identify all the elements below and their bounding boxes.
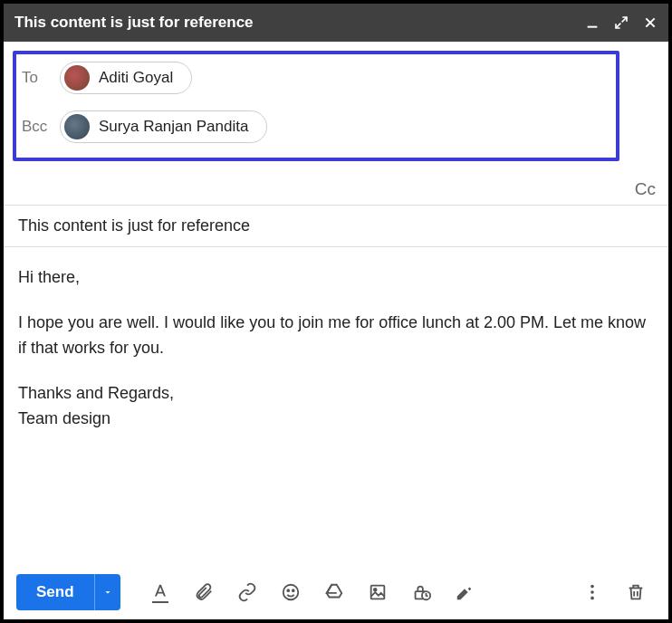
insert-photo-icon[interactable] <box>361 576 394 609</box>
body-signoff: Thanks and Regards, Team design <box>18 381 654 432</box>
recipients-highlight: To Aditi Goyal Bcc Surya Ranjan Pandita <box>13 51 619 161</box>
expand-icon[interactable] <box>614 15 629 30</box>
send-options-button[interactable] <box>94 574 120 610</box>
minimize-icon[interactable] <box>585 15 600 30</box>
svg-point-12 <box>590 597 594 600</box>
more-options-icon[interactable] <box>576 576 609 609</box>
to-recipient-name: Aditi Goyal <box>99 69 173 87</box>
compose-toolbar: Send <box>4 565 668 619</box>
bcc-recipient-name: Surya Ranjan Pandita <box>99 118 248 136</box>
signoff-line2: Team design <box>18 409 110 427</box>
svg-point-7 <box>373 589 376 591</box>
format-text-icon[interactable] <box>144 576 177 609</box>
svg-point-5 <box>292 589 293 591</box>
signoff-line1: Thanks and Regards, <box>18 384 174 402</box>
to-recipient-chip[interactable]: Aditi Goyal <box>60 62 192 94</box>
avatar-icon <box>64 114 90 139</box>
window-title: This content is just for reference <box>14 14 585 32</box>
cc-toggle[interactable]: Cc <box>635 179 656 199</box>
titlebar: This content is just for reference <box>4 4 668 42</box>
svg-point-10 <box>590 585 594 589</box>
cc-row: Cc <box>4 174 668 206</box>
subject-field[interactable]: This content is just for reference <box>4 206 668 247</box>
subject-text: This content is just for reference <box>18 216 250 235</box>
svg-point-3 <box>283 585 298 600</box>
bcc-label: Bcc <box>22 118 53 136</box>
content-area: To Aditi Goyal Bcc Surya Ranjan Pandita … <box>4 42 668 619</box>
window-controls <box>585 15 658 30</box>
send-group: Send <box>16 574 120 610</box>
to-field-row[interactable]: To Aditi Goyal <box>22 62 607 94</box>
body-greeting: Hi there, <box>18 265 654 291</box>
svg-rect-6 <box>370 586 384 599</box>
recipients-area: To Aditi Goyal Bcc Surya Ranjan Pandita <box>4 42 668 174</box>
email-body[interactable]: Hi there, I hope you are well. I would l… <box>4 247 668 565</box>
send-button[interactable]: Send <box>16 574 94 610</box>
to-label: To <box>22 69 53 87</box>
confidential-mode-icon[interactable] <box>405 576 437 609</box>
discard-draft-icon[interactable] <box>619 576 652 609</box>
close-icon[interactable] <box>643 15 658 30</box>
insert-link-icon[interactable] <box>231 576 264 609</box>
attach-file-icon[interactable] <box>187 576 220 609</box>
body-paragraph: I hope you are well. I would like you to… <box>18 311 654 361</box>
compose-window: This content is just for reference To Ad… <box>0 0 672 623</box>
insert-drive-icon[interactable] <box>318 576 350 609</box>
avatar-icon <box>64 65 90 91</box>
bcc-recipient-chip[interactable]: Surya Ranjan Pandita <box>60 110 267 143</box>
insert-emoji-icon[interactable] <box>274 576 307 609</box>
insert-signature-icon[interactable] <box>448 576 481 609</box>
svg-point-11 <box>590 590 594 594</box>
svg-point-4 <box>287 589 289 591</box>
bcc-field-row[interactable]: Bcc Surya Ranjan Pandita <box>22 110 607 143</box>
